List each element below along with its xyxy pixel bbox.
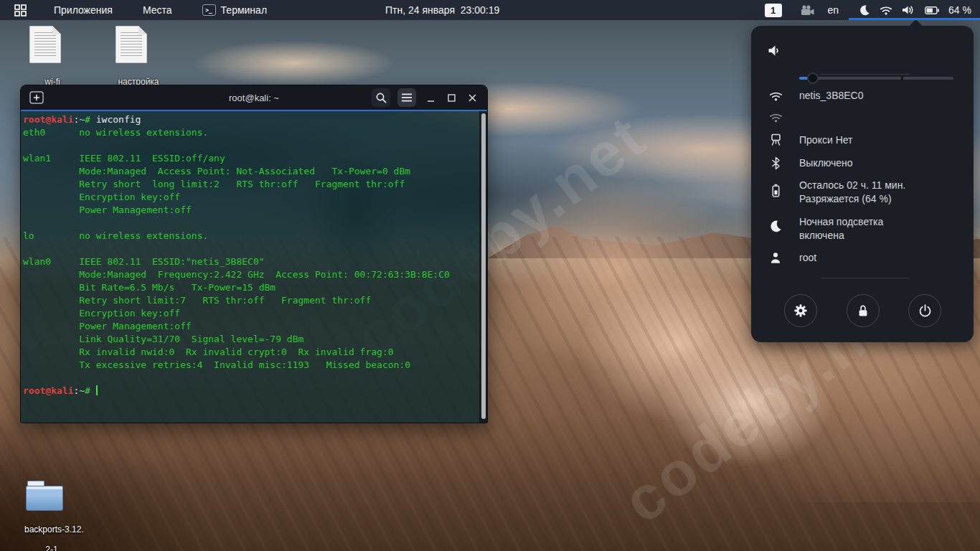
- top-panel: Приложения Места >_ Терминал Птн, 24 янв…: [0, 0, 980, 20]
- menu-item-night-light[interactable]: Ночная подсветкавключена: [767, 215, 965, 242]
- menu-item-bluetooth[interactable]: Выключено: [767, 152, 965, 174]
- user-icon: [767, 251, 784, 264]
- settings-button[interactable]: [784, 294, 817, 327]
- search-icon: [375, 92, 387, 104]
- night-light-icon: [859, 4, 870, 16]
- battery-icon: [767, 183, 784, 206]
- menu-item-battery[interactable]: Осталось 02 ч. 11 мин.Разряжается (64 %): [767, 179, 965, 206]
- wifi-icon: [880, 5, 892, 15]
- maximize-icon: [447, 93, 456, 103]
- maximize-button[interactable]: [447, 93, 456, 103]
- grid-icon: [14, 4, 27, 17]
- system-menu: netis_3B8EC0 Прокси Нет: [751, 26, 974, 342]
- night-light-icon: [767, 220, 784, 242]
- bluetooth-icon: [767, 156, 784, 170]
- terminal-app-icon: >_: [202, 4, 216, 16]
- power-button[interactable]: [908, 294, 941, 327]
- menu-divider: [821, 74, 910, 75]
- menu-button[interactable]: [397, 88, 416, 107]
- desktop-screen: codeby.net codeby.net wi-fi настройка бл…: [0, 0, 980, 551]
- lock-icon: [856, 303, 870, 319]
- system-status-area[interactable]: 64 %: [849, 0, 980, 20]
- battery-percent: 64 %: [948, 4, 971, 16]
- minimize-button[interactable]: [426, 93, 435, 103]
- screen-recorder-icon[interactable]: [801, 5, 815, 16]
- slider-notch: [901, 76, 903, 80]
- speaker-icon: [767, 44, 784, 57]
- hamburger-icon: [402, 93, 412, 102]
- close-icon: [468, 93, 477, 103]
- places-menu[interactable]: Места: [136, 0, 179, 20]
- close-button[interactable]: [468, 93, 477, 103]
- volume-icon: [902, 4, 915, 16]
- menu-divider: [821, 278, 910, 278]
- desktop-icon-backports-folder[interactable]: backports-3.12. 2-1: [10, 481, 79, 551]
- wifi-icon: [767, 112, 784, 123]
- activities-grid-button[interactable]: [7, 0, 34, 20]
- text-file-icon: [29, 26, 61, 63]
- minimize-icon: [426, 93, 435, 103]
- lock-button[interactable]: [847, 294, 880, 327]
- menu-item-proxy[interactable]: Прокси Нет: [767, 129, 965, 151]
- workspace-indicator[interactable]: 1: [765, 4, 782, 17]
- power-icon: [918, 303, 933, 319]
- menu-item-wifi-secondary[interactable]: [767, 106, 965, 128]
- battery-icon: [925, 6, 939, 14]
- terminal-window: root@kali: ~: [20, 85, 488, 423]
- new-tab-button[interactable]: [28, 89, 45, 106]
- keyboard-layout-indicator[interactable]: en: [828, 4, 839, 16]
- folder-icon: [26, 481, 63, 511]
- terminal-content[interactable]: root@kali:~# iwconfigeth0 no wireless ex…: [21, 111, 487, 423]
- terminal-output: root@kali:~# iwconfigeth0 no wireless ex…: [23, 113, 477, 423]
- gear-icon: [793, 303, 809, 319]
- scrollbar-thumb[interactable]: [481, 113, 486, 419]
- menu-item-wifi-network[interactable]: netis_3B8EC0: [767, 85, 965, 106]
- slider-track[interactable]: [799, 77, 953, 80]
- desktop-icon-label: backports-3.12. 2-1: [10, 514, 79, 551]
- window-title: root@kali: ~: [21, 93, 487, 103]
- text-file-icon: [116, 26, 147, 63]
- terminal-scrollbar[interactable]: [479, 111, 487, 423]
- terminal-titlebar[interactable]: root@kali: ~: [21, 85, 487, 110]
- clock[interactable]: Птн, 24 января 23:00:19: [385, 0, 499, 20]
- window-list-terminal[interactable]: >_ Терминал: [195, 0, 274, 20]
- search-button[interactable]: [372, 88, 390, 107]
- menu-item-user[interactable]: root: [767, 247, 965, 268]
- proxy-icon: [767, 133, 784, 147]
- applications-menu[interactable]: Приложения: [47, 0, 120, 20]
- wifi-icon: [767, 90, 784, 101]
- volume-slider-knob[interactable]: [807, 72, 819, 84]
